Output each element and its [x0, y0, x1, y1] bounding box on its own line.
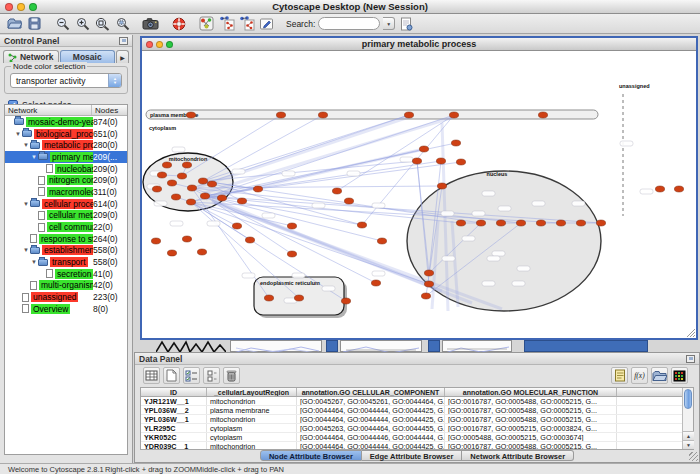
unselect-attributes-button[interactable] [203, 367, 220, 384]
function-builder-button[interactable]: f(x) [631, 367, 648, 384]
tree-expand-icon[interactable]: ▼ [22, 247, 30, 253]
graph-node[interactable] [332, 188, 341, 194]
graph-node[interactable] [237, 198, 246, 204]
background-window-1[interactable] [230, 340, 322, 352]
tree-expand-icon[interactable]: ▼ [14, 131, 22, 137]
region-unassigned[interactable]: unassigned [619, 83, 650, 216]
graph-node[interactable] [404, 112, 413, 118]
zoom-in-button[interactable] [74, 15, 91, 32]
graph-node[interactable] [287, 223, 296, 229]
graph-node[interactable] [253, 186, 262, 192]
graph-node[interactable] [516, 220, 525, 226]
graph-node[interactable] [171, 194, 180, 200]
graph-node[interactable] [412, 158, 421, 164]
column-header[interactable]: _cellularLayoutRegion [207, 388, 297, 396]
data-panel-resize-grip[interactable] [689, 452, 698, 461]
tree-row[interactable]: mosaic-demo-yeast874(0) [5, 116, 127, 128]
column-header[interactable]: annotation.GO MOLECULAR_FUNCTION [445, 388, 617, 396]
search-dropdown-button[interactable]: ▼ [383, 17, 395, 30]
tree-row[interactable]: secretion41(0) [5, 268, 127, 280]
inner-minimize-button[interactable] [156, 41, 163, 48]
tree-col-nodes[interactable]: Nodes [92, 105, 127, 115]
column-header[interactable]: annotation.GO CELLULAR_COMPONENT [297, 388, 445, 396]
background-window-2-titlebar[interactable] [326, 340, 338, 352]
heatmap-button[interactable] [671, 367, 688, 384]
annotation-button[interactable] [258, 15, 275, 32]
tree-row[interactable]: cell communicat22(0) [5, 221, 127, 233]
scrollbar-thumb[interactable] [684, 389, 692, 409]
graph-node[interactable] [157, 172, 166, 178]
background-window-3-titlebar[interactable] [428, 340, 440, 352]
graph-node[interactable] [186, 199, 195, 205]
attribute-grid[interactable]: ID_cellularLayoutRegionannotation.GO CEL… [141, 388, 682, 449]
scroll-up-button[interactable]: ▲ [683, 431, 694, 440]
tab-node-attribute-browser[interactable]: Node Attribute Browser [260, 450, 362, 461]
zoom-fit-button[interactable] [94, 15, 111, 32]
graph-node[interactable] [424, 270, 433, 276]
graph-node[interactable] [371, 280, 380, 286]
scroll-down-button[interactable]: ▼ [683, 440, 694, 449]
graph-node[interactable] [177, 173, 186, 179]
background-window-3[interactable] [442, 340, 512, 352]
graph-node[interactable] [596, 220, 605, 226]
graph-node[interactable] [357, 222, 366, 228]
minimize-button[interactable] [17, 3, 25, 11]
background-window-4-titlebar[interactable] [524, 340, 648, 352]
graph-node[interactable] [198, 178, 207, 184]
snapshot-button[interactable] [142, 15, 159, 32]
layout-network-b-button[interactable] [238, 15, 255, 32]
graph-node[interactable] [217, 195, 226, 201]
tree-row[interactable]: ▼metabolic process280(0) [5, 139, 127, 151]
graph-node[interactable] [437, 183, 446, 189]
graph-node[interactable] [476, 220, 485, 226]
graph-node[interactable] [167, 250, 176, 256]
tree-row[interactable]: macromolecule311(0) [5, 186, 127, 198]
graph-node[interactable] [207, 181, 216, 187]
graph-node[interactable] [341, 298, 350, 304]
graph-node[interactable] [186, 112, 195, 118]
graph-node[interactable] [496, 220, 505, 226]
float-panel-icon[interactable] [119, 37, 128, 45]
graph-node[interactable] [276, 112, 285, 118]
close-button[interactable] [5, 3, 13, 11]
node-color-dropdown[interactable]: transporter activity ▲▼ [10, 73, 122, 88]
tree-row[interactable]: ▼biological_process651(0) [5, 128, 127, 140]
tree-expand-icon[interactable]: ▼ [30, 259, 38, 265]
graph-node[interactable] [167, 180, 176, 186]
tree-row[interactable]: unassigned223(0) [5, 291, 127, 303]
table-row[interactable]: YDR039C__1mitochondrion[GO:0044464, GO:0… [141, 442, 682, 449]
tab-edge-attribute-browser[interactable]: Edge Attribute Browser [362, 450, 462, 461]
region-plasma-membrane[interactable]: plasma membrane [146, 110, 598, 119]
graph-node[interactable] [151, 238, 160, 244]
select-attributes-button[interactable] [183, 367, 200, 384]
graph-node[interactable] [674, 186, 683, 192]
inner-zoom-button[interactable] [166, 41, 173, 48]
table-row[interactable]: YLR295Ccytoplasm[GO:0045263, GO:0044464,… [141, 424, 682, 433]
graph-node[interactable] [200, 193, 209, 199]
graph-node[interactable] [538, 112, 547, 118]
tree-row[interactable]: ▼primary metabo209(... [5, 151, 127, 163]
tree-row[interactable]: response to stimulu264(0) [5, 233, 127, 245]
graph-node[interactable] [294, 295, 303, 301]
tab-scroll-right-button[interactable]: ▶ [116, 50, 129, 63]
tree-row[interactable]: nucleobase-209(0) [5, 163, 127, 175]
inner-close-button[interactable] [146, 41, 153, 48]
column-header[interactable]: ID [141, 388, 207, 396]
graph-node[interactable] [421, 293, 430, 299]
graph-node[interactable] [162, 162, 171, 168]
graph-node[interactable] [419, 146, 428, 152]
graph-node[interactable] [197, 249, 206, 255]
tree-col-network[interactable]: Network [5, 105, 92, 115]
data-panel-float-icon[interactable] [686, 355, 695, 363]
layout-network-a-button[interactable] [218, 15, 235, 32]
open-session-button[interactable] [6, 15, 23, 32]
table-row[interactable]: YJR121W__1mitochondrion[GO:0045267, GO:0… [141, 397, 682, 406]
graph-node[interactable] [187, 185, 196, 191]
tree-row[interactable]: ▼establishment of lo558(0) [5, 245, 127, 257]
tree-row[interactable]: multi-organism pro42(0) [5, 280, 127, 292]
help-button[interactable] [170, 15, 187, 32]
network-window-titlebar[interactable]: primary metabolic process [142, 38, 696, 51]
graph-node[interactable] [424, 281, 433, 287]
graph-node[interactable] [449, 112, 458, 118]
background-window-2[interactable] [340, 340, 422, 352]
